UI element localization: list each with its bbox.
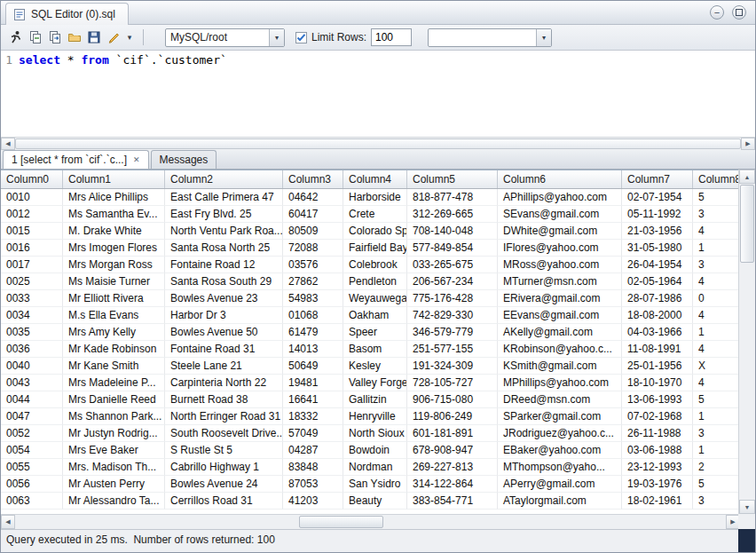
table-cell[interactable]: 25-01-1956 <box>622 358 693 375</box>
vertical-scrollbar-thumb[interactable] <box>740 185 754 263</box>
table-cell[interactable]: Mr Kade Robinson <box>63 341 165 358</box>
table-cell[interactable]: 383-854-771 <box>407 493 498 510</box>
table-cell[interactable]: Bowdoin <box>343 442 407 459</box>
close-icon[interactable]: ✕ <box>133 155 140 164</box>
table-row[interactable]: 0010Mrs Alice PhillipsEast Calle Primera… <box>1 189 740 206</box>
table-cell[interactable]: North Erringer Road 31 <box>165 408 283 425</box>
table-cell[interactable]: 577-849-854 <box>407 240 498 257</box>
table-cell[interactable]: Bowles Avenue 23 <box>165 290 283 307</box>
table-cell[interactable]: Ms Shannon Park... <box>63 408 165 425</box>
limit-rows-checkbox[interactable] <box>295 32 307 43</box>
table-cell[interactable]: Kesley <box>343 358 407 375</box>
table-row[interactable]: 0016Mrs Imogen FloresSanta Rosa North 25… <box>1 240 740 257</box>
table-cell[interactable]: Fontaine Road 12 <box>165 257 283 273</box>
table-cell[interactable]: 906-715-080 <box>407 391 498 408</box>
table-cell[interactable]: Bowles Avenue 50 <box>165 324 283 341</box>
table-row[interactable]: 0052Mr Justyn Rodrig...South Roosevelt D… <box>1 425 740 442</box>
table-cell[interactable]: 728-105-727 <box>407 375 498 391</box>
tab-sql-editor[interactable]: SQL Editor (0).sql <box>5 3 129 25</box>
table-row[interactable]: 0025Ms Maisie TurnerSanta Rosa South 292… <box>1 273 740 290</box>
table-cell[interactable]: 0063 <box>1 493 63 510</box>
column-header[interactable]: Column5 <box>407 170 498 188</box>
table-cell[interactable]: 5 <box>693 391 740 408</box>
table-cell[interactable]: 04642 <box>283 189 343 206</box>
run-statement-icon[interactable] <box>26 28 45 47</box>
table-cell[interactable]: MTurner@msn.com <box>498 273 622 290</box>
table-cell[interactable]: 27862 <box>283 273 343 290</box>
save-file-icon[interactable] <box>84 28 104 47</box>
open-file-icon[interactable] <box>65 28 84 47</box>
column-header[interactable]: Column7 <box>622 170 693 188</box>
table-row[interactable]: 0034M.s Ella EvansHarbor Dr 301068Oakham… <box>1 307 740 324</box>
table-cell[interactable]: Oakham <box>343 307 407 324</box>
table-cell[interactable]: Harbor Dr 3 <box>165 307 283 324</box>
table-cell[interactable]: Beauty <box>343 493 407 510</box>
table-cell[interactable]: IFlores@yahoo.com <box>498 240 622 257</box>
table-cell[interactable]: Mrs Imogen Flores <box>63 240 165 257</box>
minimize-window-button[interactable]: − <box>710 5 724 20</box>
table-cell[interactable]: 19481 <box>283 375 343 391</box>
editor-horizontal-scrollbar[interactable]: ◀ ▶ <box>1 137 755 150</box>
table-cell[interactable]: Mrs Morgan Ross <box>63 257 165 273</box>
table-cell[interactable]: East Calle Primera 47 <box>165 189 283 206</box>
table-cell[interactable]: 251-577-155 <box>407 341 498 358</box>
table-cell[interactable]: 4 <box>693 307 740 324</box>
sql-editor-area[interactable]: 1 select * from `cif`.`customer` <box>1 51 755 137</box>
table-cell[interactable]: 05-11-1992 <box>622 206 693 223</box>
table-cell[interactable]: 0055 <box>1 459 63 476</box>
table-cell[interactable]: Crete <box>343 206 407 223</box>
table-cell[interactable]: 28-07-1986 <box>622 290 693 307</box>
table-cell[interactable]: 346-579-779 <box>407 324 498 341</box>
tab-result-set[interactable]: 1 [select * from `cif`.`c...] ✕ <box>3 150 149 169</box>
table-cell[interactable]: 03-06-1988 <box>622 442 693 459</box>
table-cell[interactable]: 41203 <box>283 493 343 510</box>
table-cell[interactable]: 3 <box>693 425 740 442</box>
table-cell[interactable]: 0040 <box>1 358 63 375</box>
table-cell[interactable]: 0056 <box>1 476 63 493</box>
table-cell[interactable]: 02-05-1964 <box>622 273 693 290</box>
table-cell[interactable]: 07-02-1968 <box>622 408 693 425</box>
table-cell[interactable]: Mrs Danielle Reed <box>63 391 165 408</box>
table-cell[interactable]: 0012 <box>1 206 63 223</box>
table-cell[interactable]: 0025 <box>1 273 63 290</box>
table-cell[interactable]: M.s Ella Evans <box>63 307 165 324</box>
table-cell[interactable]: Valley Forge <box>343 375 407 391</box>
table-cell[interactable]: MThompson@yaho... <box>498 459 622 476</box>
table-cell[interactable]: 119-806-249 <box>407 408 498 425</box>
table-cell[interactable]: 312-269-665 <box>407 206 498 223</box>
table-cell[interactable]: 50649 <box>283 358 343 375</box>
scroll-left-icon[interactable]: ◀ <box>1 515 15 529</box>
table-row[interactable]: 0017Mrs Morgan RossFontaine Road 1203576… <box>1 257 740 273</box>
table-cell[interactable]: Speer <box>343 324 407 341</box>
run-sql-icon[interactable] <box>6 28 26 47</box>
table-cell[interactable]: 18-10-1970 <box>622 375 693 391</box>
table-cell[interactable]: Mrs. Madison Th... <box>63 459 165 476</box>
table-row[interactable]: 0044Mrs Danielle ReedBurnett Road 381664… <box>1 391 740 408</box>
table-cell[interactable]: South Roosevelt Drive... <box>165 425 283 442</box>
table-cell[interactable]: 2 <box>693 459 740 476</box>
table-cell[interactable]: 23-12-1993 <box>622 459 693 476</box>
table-cell[interactable]: 02-07-1954 <box>622 189 693 206</box>
table-cell[interactable]: AKelly@gmail.com <box>498 324 622 341</box>
table-cell[interactable]: 0033 <box>1 290 63 307</box>
table-cell[interactable]: KSmith@gmail.com <box>498 358 622 375</box>
table-cell[interactable]: Cerrillos Road 31 <box>165 493 283 510</box>
table-row[interactable]: 0055Mrs. Madison Th...Cabrillo Highway 1… <box>1 459 740 476</box>
table-cell[interactable]: Mrs Alice Phillips <box>63 189 165 206</box>
table-cell[interactable]: 83848 <box>283 459 343 476</box>
column-header[interactable]: Column0 <box>1 170 63 188</box>
table-cell[interactable]: 4 <box>693 223 740 240</box>
column-header[interactable]: Column8 <box>693 170 740 188</box>
table-cell[interactable]: 4 <box>693 375 740 391</box>
table-cell[interactable]: 818-877-478 <box>407 189 498 206</box>
table-row[interactable]: 0036Mr Kade RobinsonFontaine Road 311401… <box>1 341 740 358</box>
table-row[interactable]: 0043Mrs Madeleine P...Carpinteria North … <box>1 375 740 391</box>
table-cell[interactable]: 4 <box>693 273 740 290</box>
table-cell[interactable]: Mr Justyn Rodrig... <box>63 425 165 442</box>
table-cell[interactable]: 04287 <box>283 442 343 459</box>
table-cell[interactable]: 5 <box>693 476 740 493</box>
table-cell[interactable]: M. Drake White <box>63 223 165 240</box>
table-cell[interactable]: S Rustle St 5 <box>165 442 283 459</box>
table-cell[interactable]: 0035 <box>1 324 63 341</box>
table-cell[interactable]: 0044 <box>1 391 63 408</box>
